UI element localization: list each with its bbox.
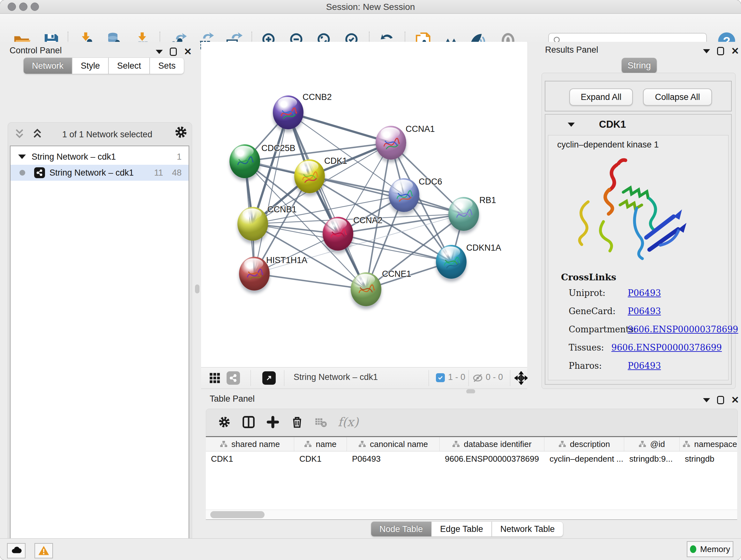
crosslink-row-tissues-: Tissues:9606.ENSP00000378699	[569, 343, 722, 353]
section-collapse-icon[interactable]	[568, 123, 575, 127]
table-cell-database-identifier[interactable]: 9606.ENSP00000378699	[440, 451, 544, 466]
memory-button[interactable]: Memory	[687, 541, 733, 557]
table-row[interactable]: CDK1CDK1P064939606.ENSP00000378699cyclin…	[206, 451, 737, 466]
cdk1-section-header[interactable]: CDK1	[545, 115, 731, 134]
cdk1-section: CDK1 cyclin–dependent kinase 1	[545, 114, 732, 385]
collapse-all-chevron-icon[interactable]	[13, 127, 26, 140]
table-panel-title: Table Panel	[210, 394, 255, 404]
delete-table-button[interactable]	[312, 413, 330, 431]
plus-icon	[266, 415, 280, 429]
node-cdc6[interactable]	[389, 178, 419, 212]
results-panel-title: Results Panel	[545, 45, 598, 55]
tab-string[interactable]: String	[622, 58, 657, 73]
crosslinks-title: CrossLinks	[561, 272, 616, 283]
network-panel-card: 1 of 1 Network selected String Network –…	[8, 122, 192, 560]
node-cdkn1a[interactable]	[436, 245, 467, 279]
network-tree-root-row[interactable]: String Network – cdk1 1	[10, 149, 189, 165]
crosslink-link[interactable]: 9606.ENSP00000378699	[628, 324, 738, 334]
panel-menu-icon[interactable]	[703, 398, 710, 402]
column-type-icon	[638, 440, 646, 448]
column-header-shared-name[interactable]: shared name	[206, 437, 294, 451]
show-column-button[interactable]	[239, 413, 258, 431]
tab-edge-table[interactable]: Edge Table	[431, 521, 492, 537]
table-cell-description[interactable]: cyclin–dependent ...	[544, 451, 624, 466]
column-header--id[interactable]: @id	[624, 437, 680, 451]
expand-all-chevron-icon[interactable]	[31, 127, 44, 140]
panel-close-icon[interactable]: ✕	[731, 47, 739, 55]
horizontal-splitter-handle[interactable]	[466, 389, 475, 394]
table-cell-name[interactable]: CDK1	[294, 451, 347, 466]
title-bar: Session: New Session	[0, 0, 741, 14]
node-table: shared namenamecanonical namedatabase id…	[206, 436, 737, 520]
protein-ribbon-thumbnail	[354, 278, 378, 301]
tab-network-table[interactable]: Network Table	[492, 521, 563, 537]
table-cell-namespace[interactable]: stringdb	[680, 451, 737, 466]
column-header-name[interactable]: name	[294, 437, 347, 451]
node-ccna1[interactable]	[376, 126, 406, 160]
tab-sets[interactable]: Sets	[150, 57, 184, 74]
selected-checkbox[interactable]	[436, 373, 445, 382]
node-cdk1[interactable]	[294, 159, 325, 193]
function-builder-button[interactable]: f(x)	[334, 413, 362, 431]
open-in-window-button[interactable]	[262, 371, 276, 385]
node-cdc25b[interactable]	[229, 144, 260, 178]
column-header-database-identifier[interactable]: database identifier	[440, 437, 544, 451]
crosslinks-list: Uniprot:P06493GeneCard:P06493Compartment…	[569, 288, 722, 379]
tab-style[interactable]: Style	[72, 57, 109, 74]
network-nodes-layer: CCNB2CCNA1CDC25BCDK1CDC6RB1CCNB1CCNA2CDK…	[201, 42, 527, 367]
column-header-canonical-name[interactable]: canonical name	[347, 437, 440, 451]
protein-ribbon-thumbnail	[440, 251, 463, 273]
warnings-button[interactable]	[35, 543, 53, 558]
table-cell-canonical-name[interactable]: P06493	[347, 451, 440, 466]
node-ccne1[interactable]	[351, 272, 381, 306]
collapse-all-button[interactable]: Collapse All	[643, 88, 712, 106]
delete-column-button[interactable]	[288, 413, 307, 431]
node-ccna2[interactable]	[323, 217, 353, 251]
table-options-button[interactable]	[215, 413, 233, 431]
table-cell-shared-name[interactable]: CDK1	[206, 451, 294, 466]
crosslink-link[interactable]: P06493	[628, 306, 661, 316]
expand-all-button[interactable]: Expand All	[569, 88, 633, 106]
panel-menu-icon[interactable]	[703, 49, 710, 53]
protein-ribbon-thumbnail	[393, 184, 415, 207]
table-cell--id[interactable]: stringdb:9...	[624, 451, 680, 466]
table-header-row: shared namenamecanonical namedatabase id…	[206, 437, 737, 451]
birds-eye-grid-button[interactable]	[209, 372, 221, 385]
column-header-namespace[interactable]: namespace	[680, 437, 737, 451]
tree-expander-icon[interactable]	[18, 154, 26, 159]
network-view-type-button[interactable]	[226, 371, 240, 385]
network-canvas[interactable]: CCNB2CCNA1CDC25BCDK1CDC6RB1CCNB1CCNA2CDK…	[201, 42, 527, 367]
cloud-status-button[interactable]	[7, 543, 25, 558]
node-label-cdc25b: CDC25B	[261, 143, 295, 153]
tab-node-table[interactable]: Node Table	[371, 521, 431, 537]
network-item-label: String Network – cdk1	[50, 168, 134, 178]
toolbar-separator	[428, 370, 429, 386]
network-tree-item-row[interactable]: String Network – cdk1 11 48	[10, 165, 189, 181]
left-splitter-handle[interactable]	[195, 285, 199, 294]
panel-float-icon[interactable]	[717, 396, 724, 404]
panel-close-icon[interactable]: ✕	[184, 48, 192, 56]
panel-menu-icon[interactable]	[156, 50, 163, 54]
crosslink-label: Pharos:	[569, 361, 628, 371]
crosslink-link[interactable]: 9606.ENSP00000378699	[611, 343, 722, 353]
scrollbar-thumb[interactable]	[210, 511, 265, 518]
crosslink-link[interactable]: P06493	[628, 361, 661, 371]
create-column-button[interactable]	[264, 413, 282, 431]
crosslink-link[interactable]: P06493	[628, 288, 661, 298]
column-header-description[interactable]: description	[544, 437, 624, 451]
fit-content-button[interactable]	[515, 371, 528, 386]
node-hist1h1a[interactable]	[239, 257, 270, 291]
network-options-button[interactable]	[174, 125, 188, 140]
table-horizontal-scrollbar[interactable]	[206, 509, 737, 519]
panel-float-icon[interactable]	[717, 47, 724, 55]
tab-select[interactable]: Select	[109, 57, 150, 74]
node-rb1[interactable]	[448, 197, 479, 231]
network-selection-summary: 1 of 1 Network selected	[62, 130, 152, 139]
node-count: 11	[154, 168, 163, 178]
node-label-hist1h1a: HIST1H1A	[266, 255, 307, 265]
panel-float-icon[interactable]	[170, 48, 177, 56]
tab-network[interactable]: Network	[23, 57, 72, 74]
node-ccnb2[interactable]	[273, 96, 304, 129]
node-ccnb1[interactable]	[238, 207, 268, 241]
panel-close-icon[interactable]: ✕	[731, 396, 739, 404]
